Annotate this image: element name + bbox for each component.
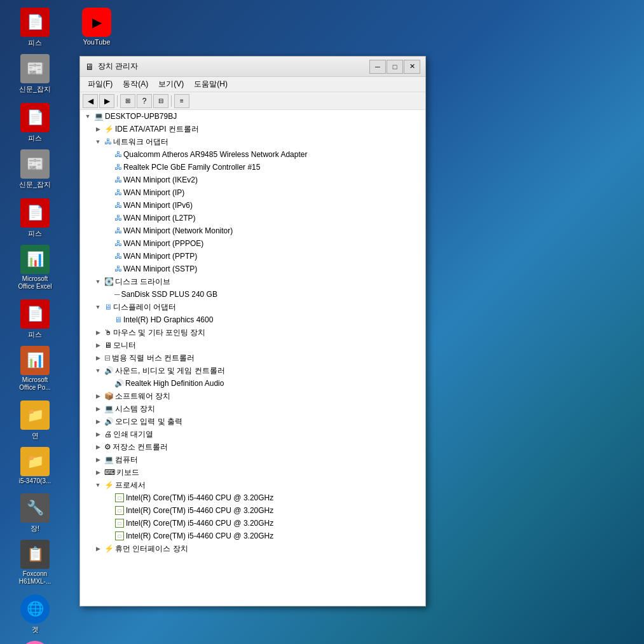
tree-node-wan-ip[interactable]: 🖧 WAN Miniport (IP)	[80, 186, 425, 199]
minimize-button[interactable]: ─	[369, 60, 386, 74]
tree-node-root[interactable]: ▼ 💻 DESKTOP-UPB79BJ	[80, 110, 425, 123]
node-label: Intel(R) Core(TM) i5-4460 CPU @ 3.20GHz	[126, 506, 273, 515]
node-label: WAN Miniport (L2TP)	[123, 214, 196, 223]
desktop-icon-youtube[interactable]: ▶ YouTube	[71, 5, 122, 48]
tree-node-computer[interactable]: ▶ 💻 컴퓨터	[80, 453, 425, 466]
window-controls: ─ □ ✕	[369, 60, 420, 74]
menu-action[interactable]: 동작(A)	[118, 78, 153, 91]
icon-label: 피스	[28, 134, 42, 143]
tree-node-ide[interactable]: ▶ ⚡ IDE ATA/ATAPI 컨트롤러	[80, 123, 425, 135]
icon-label: 신문_잡지	[19, 85, 51, 94]
tree-node-realtek-gbe[interactable]: 🖧 Realtek PCIe GbE Family Controller #15	[80, 161, 425, 174]
tree-node-wan-ikev2[interactable]: 🖧 WAN Miniport (IKEv2)	[80, 174, 425, 186]
tree-node-wan-pppoe[interactable]: 🖧 WAN Miniport (PPPOE)	[80, 237, 425, 250]
tree-node-audio-io[interactable]: ▶ 🔊 오디오 입력 및 출력	[80, 415, 425, 428]
desktop-icon-i5[interactable]: 📁 i5-3470(3...	[10, 444, 60, 487]
tree-node-wan-netmon[interactable]: 🖧 WAN Miniport (Network Monitor)	[80, 224, 425, 237]
desktop-icon-newspaper2[interactable]: 📰 신문_잡지	[10, 147, 60, 192]
node-label: IDE ATA/ATAPI 컨트롤러	[115, 124, 199, 135]
tree-node-hid[interactable]: ▶ ⚡ 휴먼 인터페이스 장치	[80, 542, 425, 555]
tree-node-sandisk[interactable]: ─ SanDisk SSD PLUS 240 GB	[80, 288, 425, 301]
desktop-icon-hitomi[interactable]: 🌸 hitomi	[10, 638, 60, 644]
tree-node-keyboard[interactable]: ▶ ⌨ 키보드	[80, 466, 425, 479]
close-button[interactable]: ✕	[404, 60, 420, 74]
node-label: WAN Miniport (PPTP)	[123, 252, 197, 261]
tree-node-monitor[interactable]: ▶ 🖥 모니터	[80, 339, 425, 352]
tree-node-disk[interactable]: ▼ 💽 디스크 드라이브	[80, 275, 425, 288]
node-label: Intel(R) Core(TM) i5-4460 CPU @ 3.20GHz	[126, 493, 273, 502]
tree-node-wan-pptp[interactable]: 🖧 WAN Miniport (PPTP)	[80, 250, 425, 263]
desktop-icons-col1: 📄 피스 📰 신문_잡지 📄 피스 📰 신문_잡지 📄 피스 📊 Microso…	[0, 0, 70, 644]
toolbar-view2[interactable]: ≡	[174, 94, 189, 108]
desktop-icon-tool[interactable]: 🔧 장!	[10, 491, 60, 536]
toolbar-view1[interactable]: ⊟	[153, 94, 168, 108]
toolbar-back[interactable]: ◀	[83, 94, 98, 108]
node-label: 디스플레이 어댑터	[113, 302, 176, 313]
icon-label: 피스	[28, 330, 42, 339]
tree-node-wan-ipv6[interactable]: 🖧 WAN Miniport (IPv6)	[80, 199, 425, 212]
toolbar-properties[interactable]: ⊞	[120, 94, 135, 108]
tree-node-cpu3[interactable]: □ Intel(R) Core(TM) i5-4460 CPU @ 3.20GH…	[80, 517, 425, 530]
tree-node-software[interactable]: ▶ 📦 소프트웨어 장치	[80, 390, 425, 402]
icon-label: 연	[32, 431, 39, 441]
icon-label: 피스	[28, 38, 42, 48]
tree-node-realtek-audio[interactable]: 🔊 Realtek High Definition Audio	[80, 377, 425, 390]
icon-label: MicrosoftOffice Po...	[19, 376, 50, 392]
desktop-icon-excel[interactable]: 📊 MicrosoftOffice Excel	[10, 242, 60, 293]
desktop-icon-foxconn[interactable]: 📋 FoxconnH61MXL-...	[10, 537, 60, 588]
node-label: WAN Miniport (IKEv2)	[123, 175, 198, 184]
node-label: 인쇄 대기열	[113, 429, 153, 440]
tree-node-cpu2[interactable]: □ Intel(R) Core(TM) i5-4460 CPU @ 3.20GH…	[80, 504, 425, 517]
tree-node-cpu4[interactable]: □ Intel(R) Core(TM) i5-4460 CPU @ 3.20GH…	[80, 530, 425, 542]
node-label-root: DESKTOP-UPB79BJ	[105, 112, 177, 121]
desktop-icon-blue[interactable]: 🌐 겟	[10, 592, 60, 637]
node-label: 컴퓨터	[115, 455, 138, 465]
tree-node-wan-l2tp[interactable]: 🖧 WAN Miniport (L2TP)	[80, 212, 425, 224]
tree-node-cpu1[interactable]: □ Intel(R) Core(TM) i5-4460 CPU @ 3.20GH…	[80, 491, 425, 504]
tree-node-usb[interactable]: ▶ ⊟ 범용 직렬 버스 컨트롤러	[80, 352, 425, 364]
tree-node-sound[interactable]: ▼ 🔊 사운드, 비디오 및 게임 컨트롤러	[80, 364, 425, 377]
device-manager-window: 🖥 장치 관리자 ─ □ ✕ 파일(F) 동작(A) 보기(V) 도움말(H) …	[79, 56, 426, 606]
node-label: 디스크 드라이브	[115, 277, 170, 287]
node-label: WAN Miniport (IP)	[123, 188, 184, 197]
toolbar-forward[interactable]: ▶	[99, 94, 114, 108]
node-label: Realtek High Definition Audio	[125, 379, 224, 388]
node-label: WAN Miniport (PPPOE)	[123, 239, 203, 248]
node-label: 네트워크 어댑터	[113, 137, 168, 147]
node-label: 사운드, 비디오 및 게임 컨트롤러	[115, 366, 225, 376]
icon-label: FoxconnH61MXL-...	[19, 570, 51, 586]
tree-node-intel-hd[interactable]: 🖥 Intel(R) HD Graphics 4600	[80, 313, 425, 326]
tree-node-storage[interactable]: ▶ ⚙ 저장소 컨트롤러	[80, 441, 425, 453]
node-label: Intel(R) Core(TM) i5-4460 CPU @ 3.20GHz	[126, 519, 273, 528]
node-label: 휴먼 인터페이스 장치	[115, 544, 188, 554]
tree-node-processor[interactable]: ▼ ⚡ 프로세서	[80, 479, 425, 491]
menu-view[interactable]: 보기(V)	[153, 78, 189, 91]
toolbar-help[interactable]: ?	[137, 94, 152, 108]
desktop-icon-folder1[interactable]: 📁 연	[10, 398, 60, 443]
tree-node-qualcomm[interactable]: 🖧 Qualcomm Atheros AR9485 Wireless Netwo…	[80, 148, 425, 161]
desktop-icon-pis1[interactable]: 📄 피스	[10, 5, 60, 50]
icon-label: i5-3470(3...	[19, 477, 51, 484]
node-label: SanDisk SSD PLUS 240 GB	[121, 290, 217, 299]
tree-node-mouse[interactable]: ▶ 🖱 마우스 및 기타 포인팅 장치	[80, 326, 425, 339]
tree-node-system[interactable]: ▶ 💻 시스템 장치	[80, 402, 425, 415]
node-label: 모니터	[113, 340, 136, 351]
node-label: Qualcomm Atheros AR9485 Wireless Network…	[123, 150, 307, 159]
desktop-icon-pis2[interactable]: 📄 피스	[10, 100, 60, 146]
tree-node-print[interactable]: ▶ 🖨 인쇄 대기열	[80, 428, 425, 441]
tree-node-display[interactable]: ▼ 🖥 디스플레이 어댑터	[80, 301, 425, 313]
menu-file[interactable]: 파일(F)	[83, 78, 118, 91]
tree-node-network[interactable]: ▼ 🖧 네트워크 어댑터	[80, 135, 425, 148]
desktop-icon-pis4[interactable]: 📄 피스	[10, 297, 60, 342]
desktop-icon-newspaper1[interactable]: 📰 신문_잡지	[10, 51, 60, 97]
window-title: 장치 관리자	[98, 61, 369, 72]
menu-bar: 파일(F) 동작(A) 보기(V) 도움말(H)	[80, 77, 425, 92]
node-label: Intel(R) HD Graphics 4600	[123, 315, 213, 324]
menu-help[interactable]: 도움말(H)	[189, 78, 233, 91]
desktop-icon-powerpoint[interactable]: 📊 MicrosoftOffice Po...	[10, 343, 60, 394]
tree-node-wan-sstp[interactable]: 🖧 WAN Miniport (SSTP)	[80, 263, 425, 275]
node-label: 범용 직렬 버스 컨트롤러	[112, 353, 195, 364]
desktop-icon-pis3[interactable]: 📄 피스	[10, 196, 60, 241]
node-label: WAN Miniport (IPv6)	[123, 201, 193, 210]
maximize-button[interactable]: □	[387, 60, 403, 74]
